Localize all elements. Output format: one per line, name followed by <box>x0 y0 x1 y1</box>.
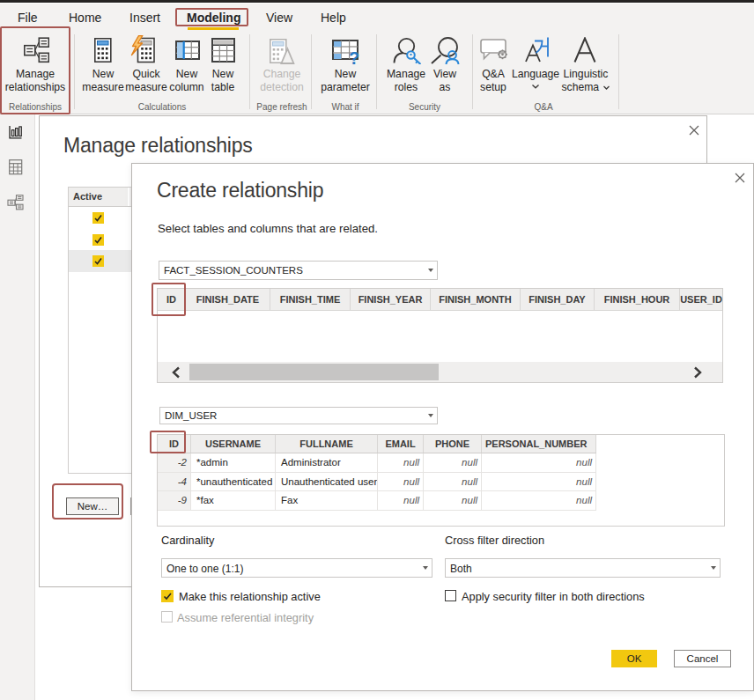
svg-text:?: ? <box>349 48 359 65</box>
